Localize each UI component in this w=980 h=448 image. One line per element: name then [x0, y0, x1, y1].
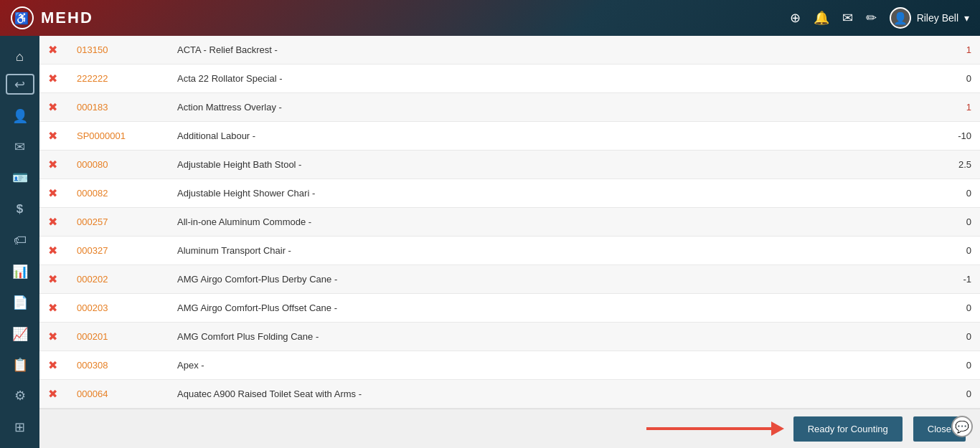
- table-row: ✖ 000183 Action Mattress Overlay - 1: [39, 93, 980, 122]
- item-value: 0: [894, 65, 980, 93]
- logo-text: MEHD: [41, 9, 93, 27]
- remove-icon[interactable]: ✖: [48, 387, 57, 401]
- item-code: 000257: [68, 208, 169, 237]
- item-name: Acta 22 Rollator Special -: [169, 65, 894, 93]
- table-row: ✖ 222222 Acta 22 Rollator Special - 0: [39, 65, 980, 93]
- item-value: 0: [894, 380, 980, 409]
- remove-cell: ✖: [39, 351, 68, 380]
- user-name: Riley Bell: [917, 12, 958, 24]
- wheelchair-icon: ♿: [11, 6, 34, 29]
- remove-cell: ✖: [39, 237, 68, 265]
- table-row: ✖ 000203 AMG Airgo Comfort-Plus Offset C…: [39, 294, 980, 323]
- layout: ⌂ ↩ 👤 ✉ 🪪 $ 🏷 📊 📄 📈 📋 ⚙ ⊞ ✖ 013150 ACTA …: [0, 36, 980, 448]
- item-code: 000202: [68, 265, 169, 294]
- remove-icon[interactable]: ✖: [48, 129, 57, 143]
- item-value: 2.5: [894, 151, 980, 179]
- remove-icon[interactable]: ✖: [48, 330, 57, 343]
- table-row: ✖ 000064 Aquatec A900 Raised Toilet Seat…: [39, 380, 980, 409]
- item-name: AMG Airgo Comfort-Plus Offset Cane -: [169, 294, 894, 323]
- item-name: All-in-one Aluminum Commode -: [169, 208, 894, 237]
- remove-icon[interactable]: ✖: [48, 72, 57, 85]
- remove-cell: ✖: [39, 93, 68, 122]
- header: ♿ MEHD ⊕ 🔔 ✉ ✏ 👤 Riley Bell ▾: [0, 0, 980, 36]
- remove-icon[interactable]: ✖: [48, 215, 57, 229]
- sidebar-item-dollar[interactable]: $: [6, 196, 34, 223]
- add-icon[interactable]: ⊕: [790, 10, 801, 26]
- sidebar-item-message[interactable]: ✉: [6, 133, 34, 161]
- remove-icon[interactable]: ✖: [48, 158, 57, 171]
- footer: Ready for Counting Close: [39, 409, 980, 448]
- item-value: 1: [894, 93, 980, 122]
- sidebar-item-settings[interactable]: ⚙: [6, 382, 34, 409]
- item-code: 000183: [68, 93, 169, 122]
- sidebar-item-chart[interactable]: 📊: [6, 258, 34, 285]
- table-row: ✖ 000082 Adjustable Height Shower Chari …: [39, 179, 980, 208]
- item-value: 0: [894, 323, 980, 351]
- remove-icon[interactable]: ✖: [48, 244, 57, 257]
- item-name: Adjustable Height Shower Chari -: [169, 179, 894, 208]
- remove-cell: ✖: [39, 265, 68, 294]
- user-menu[interactable]: 👤 Riley Bell ▾: [890, 7, 969, 29]
- sidebar-item-report[interactable]: 📋: [6, 351, 34, 378]
- item-code: 013150: [68, 36, 169, 65]
- avatar: 👤: [890, 7, 911, 29]
- table-row: ✖ 000202 AMG Airgo Comfort-Plus Derby Ca…: [39, 265, 980, 294]
- item-code: 000080: [68, 151, 169, 179]
- table-row: ✖ SP0000001 Additional Labour - -10: [39, 122, 980, 151]
- edit-icon[interactable]: ✏: [866, 10, 877, 26]
- item-value: 1: [894, 36, 980, 65]
- item-name: Additional Labour -: [169, 122, 894, 151]
- item-value: 0: [894, 351, 980, 380]
- remove-icon[interactable]: ✖: [48, 186, 57, 200]
- item-name: ACTA - Relief Backrest -: [169, 36, 894, 65]
- item-code: 000201: [68, 323, 169, 351]
- sidebar-item-tag[interactable]: 🏷: [6, 227, 34, 254]
- item-name: Aquatec A9000 Raised Toilet Seat -: [169, 409, 894, 409]
- sidebar: ⌂ ↩ 👤 ✉ 🪪 $ 🏷 📊 📄 📈 📋 ⚙ ⊞: [0, 36, 39, 448]
- arrow-indicator: [646, 427, 776, 430]
- sidebar-item-analytics[interactable]: 📈: [6, 320, 34, 347]
- logo: ♿ MEHD: [11, 6, 93, 29]
- remove-icon[interactable]: ✖: [48, 301, 57, 315]
- item-value: -10: [894, 122, 980, 151]
- remove-icon[interactable]: ✖: [48, 272, 57, 286]
- item-code: SP0000001: [68, 122, 169, 151]
- sidebar-item-document[interactable]: 📄: [6, 289, 34, 316]
- sidebar-item-grid[interactable]: ⊞: [6, 414, 34, 441]
- table-row: ✖ 000257 All-in-one Aluminum Commode - 0: [39, 208, 980, 237]
- sidebar-item-idcard[interactable]: 🪪: [6, 164, 34, 191]
- remove-cell: ✖: [39, 409, 68, 409]
- item-name: AMG Comfort Plus Folding Cane -: [169, 323, 894, 351]
- item-name: Adjustable Height Bath Stool -: [169, 151, 894, 179]
- mail-icon[interactable]: ✉: [842, 10, 853, 26]
- remove-cell: ✖: [39, 179, 68, 208]
- table-row: ✖ 000308 Apex - 0: [39, 351, 980, 380]
- sidebar-item-person[interactable]: 👤: [6, 102, 34, 129]
- item-name: Action Mattress Overlay -: [169, 93, 894, 122]
- table-row: ✖ 000065 Aquatec A9000 Raised Toilet Sea…: [39, 409, 980, 409]
- item-value: 0: [894, 409, 980, 409]
- item-code: 222222: [68, 65, 169, 93]
- remove-cell: ✖: [39, 208, 68, 237]
- table-area: ✖ 013150 ACTA - Relief Backrest - 1 ✖ 22…: [39, 36, 980, 409]
- remove-cell: ✖: [39, 294, 68, 323]
- inventory-table: ✖ 013150 ACTA - Relief Backrest - 1 ✖ 22…: [39, 36, 980, 409]
- item-name: Apex -: [169, 351, 894, 380]
- remove-cell: ✖: [39, 36, 68, 65]
- remove-cell: ✖: [39, 65, 68, 93]
- item-code: 000065: [68, 409, 169, 409]
- sidebar-item-home[interactable]: ⌂: [6, 43, 34, 70]
- remove-cell: ✖: [39, 151, 68, 179]
- sidebar-item-back[interactable]: ↩: [6, 74, 34, 95]
- ready-for-counting-button[interactable]: Ready for Counting: [793, 416, 903, 442]
- item-value: 0: [894, 208, 980, 237]
- remove-icon[interactable]: ✖: [48, 100, 57, 114]
- remove-icon[interactable]: ✖: [48, 358, 57, 372]
- remove-icon[interactable]: ✖: [48, 43, 57, 57]
- table-row: ✖ 000327 Aluminum Transport Chair - 0: [39, 237, 980, 265]
- bell-icon[interactable]: 🔔: [814, 10, 829, 26]
- header-actions: ⊕ 🔔 ✉ ✏ 👤 Riley Bell ▾: [790, 7, 969, 29]
- remove-cell: ✖: [39, 323, 68, 351]
- chevron-down-icon: ▾: [964, 12, 969, 24]
- chat-icon[interactable]: 💬: [951, 416, 973, 437]
